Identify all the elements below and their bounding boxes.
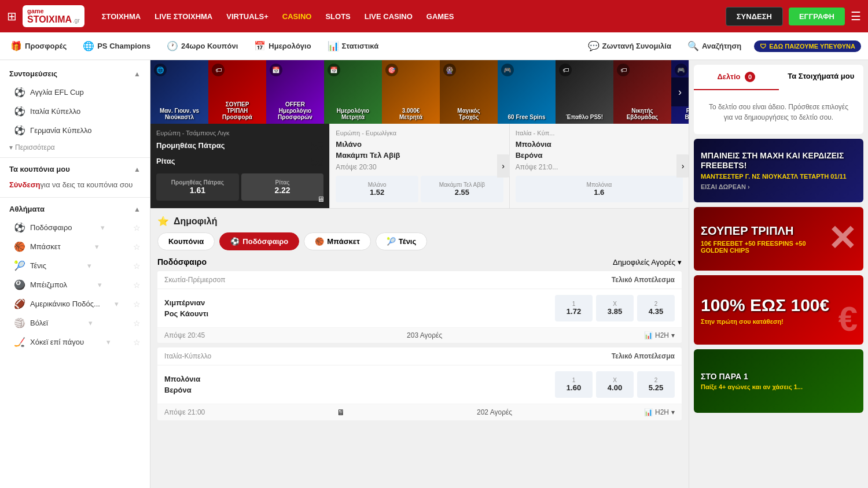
login-button[interactable]: ΣΥΝΔΕΣΗ xyxy=(726,7,783,26)
promo-banner-1-cta: ΕΙΣΑΙ ΔΩΡΕΑΝ › xyxy=(701,183,750,190)
match-list-2-oddx[interactable]: Χ 4.00 xyxy=(596,371,634,398)
promo-card-offer[interactable]: 📅 OFFERΗμερολόγιοΠροσφορών xyxy=(266,60,324,124)
promo-strip: 🌐 Μαν. Γιουν. vsΝιούκαστλ 🏷 ΣΟΥΠΕΡΤΡΙΠΛΗ… xyxy=(150,60,689,124)
match-list-1-oddx[interactable]: Χ 3.85 xyxy=(596,295,634,321)
promo-card-calendar[interactable]: 📅 ΗμερολόγιοΜετρητά xyxy=(324,60,382,124)
sidebar-item-efl[interactable]: ⚽ Αγγλία EFL Cup xyxy=(0,83,150,102)
promo-card-ps5-label: Έπαθλο PS5! xyxy=(566,114,603,120)
promo-banner-4[interactable]: ΣΤΟ ΠΑΡΑ 1 Παίξε 4+ αγώνες και αν χάσεις… xyxy=(694,349,863,413)
sports-header[interactable]: Αθλήματα ▲ xyxy=(0,200,150,218)
chat-icon: 💬 xyxy=(588,40,599,51)
sub-nav-offers[interactable]: 🎁 Προσφορές xyxy=(7,40,70,51)
match-list-2-more[interactable]: 202 Αγορές xyxy=(477,408,512,416)
sub-nav-right: 💬 Ζωντανή Συνομιλία 🔍 Αναζήτηση 🛡 ΕΔΩ ΠΑ… xyxy=(584,40,861,52)
grid-icon[interactable]: ⊞ xyxy=(7,9,17,23)
match-list-1-team1: Χιμπέρνιαν xyxy=(164,297,555,309)
match-list-2-row: Μπολόνια Βερόνα 1 1.60 Χ 4.00 2 xyxy=(157,365,682,404)
sub-nav-search-label: Αναζήτηση xyxy=(702,42,741,50)
sidebar-sport-football[interactable]: ⚽ Ποδόσφαιρο ▾ ☆ xyxy=(0,218,150,237)
promo-banner-2[interactable]: ΣΟΥΠΕΡ ΤΡΙΠΛΗ 10€ FREEBET +50 FREESPINS … xyxy=(694,207,863,271)
hamburger-icon[interactable]: ☰ xyxy=(851,9,861,23)
promo-banner-1[interactable]: ΜΠΑΙΝΕΙΣ ΣΤΗ ΜΑΧΗ ΚΑΙ ΚΕΡΔΙΖΕΙΣ FREEBETS… xyxy=(694,139,863,202)
pop-tab-basketball[interactable]: 🏀 Μπάσκετ xyxy=(304,232,371,250)
match-3-next-btn[interactable]: › xyxy=(676,154,689,178)
betslip-tab-mybets[interactable]: Τα Στοιχήματά μου xyxy=(779,65,864,90)
match-2-bet1[interactable]: Μιλάνο 1.52 xyxy=(336,176,418,202)
match-3-bet1[interactable]: Μπολόνια 1.6 xyxy=(516,176,683,202)
sidebar-sport-hockey[interactable]: 🏒 Χόκεϊ επί πάγου ▾ ☆ xyxy=(0,332,150,352)
match-list-2-odd2[interactable]: 2 5.25 xyxy=(637,371,675,398)
sub-nav-calendar[interactable]: 📅 Ημερολόγιο xyxy=(251,40,314,51)
promo-card-super[interactable]: 🏷 ΣΟΥΠΕΡΤΡΙΠΛΗΠροσφορά xyxy=(208,60,266,124)
nav-live-casino[interactable]: LIVE CASINO xyxy=(365,12,413,21)
betslip-tab-slip[interactable]: Δελτίο 0 xyxy=(694,65,779,90)
match-1-bet1[interactable]: Προμηθέας Πάτρας 1.61 xyxy=(156,173,239,201)
sort-button[interactable]: Δημοφιλείς Αγορές ▾ xyxy=(613,258,682,267)
promo-next-button[interactable]: › xyxy=(671,77,689,106)
sidebar-item-italy-cup[interactable]: ⚽ Ιταλία Κύπελλο xyxy=(0,102,150,121)
responsible-badge: 🛡 ΕΔΩ ΠΑΙΖΟΥΜΕ ΥΠΕΥΘΥΝΑ xyxy=(754,40,861,52)
sport-hockey-label: Χόκεϊ επί πάγου xyxy=(30,338,84,346)
match-list-1-more[interactable]: 203 Αγορές xyxy=(407,331,442,339)
shortcuts-header[interactable]: Συντομεύσεις ▲ xyxy=(0,65,150,83)
match-2-next-btn[interactable]: › xyxy=(497,154,510,178)
match-list-1-odd2[interactable]: 2 4.35 xyxy=(637,295,675,321)
sidebar-more-shortcuts[interactable]: ▾ Περισσότερα xyxy=(0,140,150,155)
sports-chevron: ▲ xyxy=(134,205,141,213)
logo[interactable]: game STOIXIMA .gr xyxy=(23,5,84,27)
promo-card-pschamps[interactable]: 🌐 Μαν. Γιουν. vsΝιούκαστλ xyxy=(150,60,208,124)
match-list-2-h2h[interactable]: 📊 H2H ▾ xyxy=(644,408,675,416)
register-button[interactable]: ΕΓΓΡΑΦΗ xyxy=(789,8,845,25)
coupons-header[interactable]: Τα κουπόνια μου ▲ xyxy=(0,160,150,178)
match-2-betx[interactable]: Μακάμπι Τελ Αβίβ 2.55 xyxy=(421,176,503,202)
hockey-fav-icon[interactable]: ☆ xyxy=(133,338,141,347)
sidebar-item-germany-cup[interactable]: ⚽ Γερμανία Κύπελλο xyxy=(0,121,150,140)
sidebar-sport-basketball[interactable]: 🏀 Μπάσκετ ▾ ☆ xyxy=(0,237,150,256)
promo-card-3000[interactable]: 🎯 3.000€Μετρητά xyxy=(382,60,440,124)
match-list-1-h2h[interactable]: 📊 H2H ▾ xyxy=(644,331,675,339)
nav-live-stoixima[interactable]: LIVE ΣΤΟΙΧΗΜΑ xyxy=(155,12,212,21)
sub-nav-offers-label: Προσφορές xyxy=(25,42,67,50)
match-list-1-odd1-val: 1.72 xyxy=(567,307,581,316)
match-1-bet2-label: Ρίτας xyxy=(244,179,322,186)
volleyball-fav-icon[interactable]: ☆ xyxy=(133,319,141,328)
match-1-bet2[interactable]: Ρίτας 2.22 xyxy=(241,173,324,201)
promo-card-ps5[interactable]: 🏷 Έπαθλο PS5! xyxy=(556,60,613,124)
sidebar-divider-1 xyxy=(0,157,150,158)
sidebar-sport-american-football[interactable]: 🏈 Αμερικάνικο Ποδός... ▾ ☆ xyxy=(0,294,150,313)
pop-tab-coupons[interactable]: Κουπόνια xyxy=(157,232,215,250)
basketball-fav-icon[interactable]: ☆ xyxy=(133,242,141,252)
logo-game-text: game xyxy=(27,8,80,14)
sub-nav-stats[interactable]: 📊 Στατιστικά xyxy=(324,40,382,51)
tennis-fav-icon[interactable]: ☆ xyxy=(133,261,141,271)
sport-baseball-label: Μπέιζμπολ xyxy=(30,280,67,289)
popular-star-icon: ⭐ xyxy=(157,216,169,227)
sub-nav-24h[interactable]: 🕐 24ωρο Κουπόνι xyxy=(163,40,241,51)
pop-tab-tennis[interactable]: 🎾 Τένις xyxy=(376,232,427,250)
sidebar-sport-tennis[interactable]: 🎾 Τένις ▾ ☆ xyxy=(0,256,150,275)
sidebar-login-link[interactable]: Σύνδεση xyxy=(9,180,41,189)
match-list-1-odd1[interactable]: 1 1.72 xyxy=(555,295,593,321)
sub-nav-search[interactable]: 🔍 Αναζήτηση xyxy=(684,40,745,51)
promo-card-winner[interactable]: 🏷 ΝικητήςΕβδομάδας xyxy=(613,60,671,124)
nav-games[interactable]: GAMES xyxy=(426,12,454,21)
promo-banner-3[interactable]: 100% ΕΩΣ 100€ Στην πρώτη σου κατάθεση! € xyxy=(694,275,863,345)
nav-slots[interactable]: SLOTS xyxy=(325,12,350,21)
promo-banner-2-title: ΣΟΥΠΕΡ ΤΡΙΠΛΗ xyxy=(701,224,823,238)
sidebar-sport-baseball[interactable]: 🎱 Μπέιζμπολ ▾ ☆ xyxy=(0,275,150,294)
baseball-fav-icon[interactable]: ☆ xyxy=(133,280,141,290)
match-list-1-time: Απόψε 20:45 xyxy=(164,331,205,339)
pop-tab-football[interactable]: ⚽ Ποδόσφαιρο xyxy=(219,232,299,250)
football-fav-icon[interactable]: ☆ xyxy=(133,223,141,232)
promo-card-wheel[interactable]: 🎡 ΜαγικόςΤροχός xyxy=(440,60,498,124)
nav-casino[interactable]: CASINO xyxy=(282,12,312,21)
sub-nav-pschampions[interactable]: 🌐 PS Champions xyxy=(79,40,154,51)
match-list-2-odd1-label: 1 xyxy=(564,377,583,383)
nav-stoixima[interactable]: ΣΤΟΙΧΗΜΑ xyxy=(102,12,141,21)
nav-virtuals[interactable]: VIRTUALS+ xyxy=(226,12,269,21)
promo-card-freespins[interactable]: 🎮 60 Free Spins xyxy=(498,60,556,124)
sub-nav-chat[interactable]: 💬 Ζωντανή Συνομιλία xyxy=(584,40,675,51)
match-list-2-odd1[interactable]: 1 1.60 xyxy=(555,371,593,398)
sidebar-sport-volleyball[interactable]: 🏐 Βόλεϊ ▾ ☆ xyxy=(0,313,150,332)
american-football-fav-icon[interactable]: ☆ xyxy=(133,300,141,309)
